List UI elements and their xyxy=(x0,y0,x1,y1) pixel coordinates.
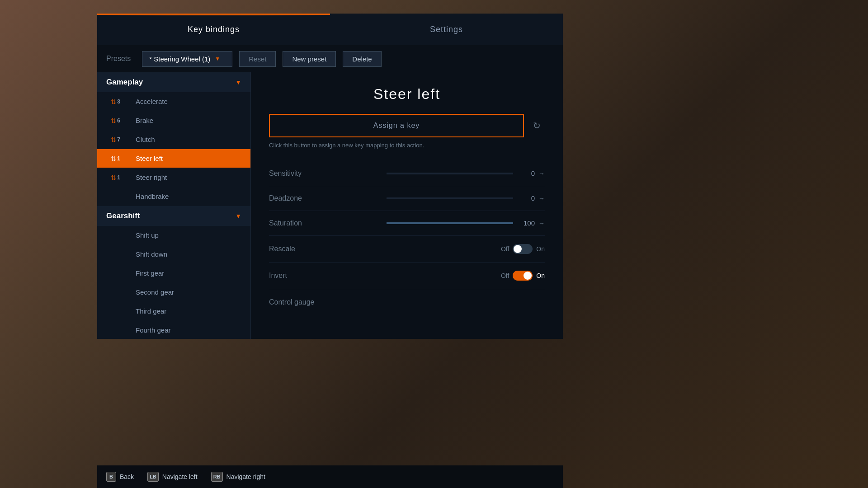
deadzone-value-container: 0 → xyxy=(382,194,545,202)
invert-off-label: Off xyxy=(501,272,509,279)
binding-icon-steer-left: ⇅ 1 xyxy=(111,155,129,162)
tab-bar: Key bindings Settings xyxy=(97,14,563,45)
tab-accent xyxy=(97,14,330,15)
binding-icon-clutch: ⇅ 7 xyxy=(111,136,129,143)
setting-row-deadzone: Deadzone 0 → xyxy=(269,186,545,211)
sidebar-item-first-gear[interactable]: First gear xyxy=(97,264,250,283)
sidebar-item-label: Second gear xyxy=(136,288,174,296)
section-title-gearshift: Gearshift xyxy=(106,211,140,221)
setting-row-rescale: Rescale Off On xyxy=(269,236,545,263)
tab-settings-label: Settings xyxy=(430,25,463,34)
binding-icon-brake: ⇅ 6 xyxy=(111,117,129,124)
saturation-value: 100 xyxy=(521,219,535,227)
setting-row-saturation: Saturation 100 → xyxy=(269,211,545,236)
assign-key-container: Assign a key ↻ xyxy=(269,114,545,137)
right-panel: Steer left Assign a key ↻ Click this but… xyxy=(251,72,563,339)
navigate-left-label: Navigate left xyxy=(162,473,198,480)
nav-back: B Back xyxy=(106,472,134,482)
tab-keybindings[interactable]: Key bindings xyxy=(97,14,330,45)
assign-key-button[interactable]: Assign a key xyxy=(269,114,524,137)
main-container: Key bindings Settings Presets * Steering… xyxy=(97,14,563,339)
sidebar-item-shift-up[interactable]: Shift up xyxy=(97,226,250,245)
sidebar-item-label: Clutch xyxy=(136,136,155,143)
sidebar-item-steer-left[interactable]: ⇅ 1 Steer left xyxy=(97,149,250,168)
setting-row-invert: Invert Off On xyxy=(269,263,545,289)
preset-dropdown[interactable]: * Steering Wheel (1) ▼ xyxy=(142,51,232,67)
rescale-toggle-knob xyxy=(514,245,522,253)
sidebar-item-handbrake[interactable]: Handbrake xyxy=(97,187,250,206)
chevron-down-icon: ▼ xyxy=(235,212,241,220)
invert-label: Invert xyxy=(269,272,501,280)
sidebar-item-label: Brake xyxy=(136,117,153,124)
sensitivity-slider-track[interactable] xyxy=(387,173,513,174)
sidebar-item-label: First gear xyxy=(136,269,164,277)
reset-binding-button[interactable]: ↻ xyxy=(528,117,545,134)
rescale-toggle-container: Off On xyxy=(501,244,545,254)
invert-toggle-container: Off On xyxy=(501,271,545,281)
sensitivity-label: Sensitivity xyxy=(269,169,382,178)
invert-toggle-knob xyxy=(524,272,532,280)
assign-key-tooltip: Click this button to assign a new key ma… xyxy=(269,141,545,150)
back-key-icon: B xyxy=(106,472,116,482)
deadzone-arrows[interactable]: → xyxy=(538,195,545,202)
presets-label: Presets xyxy=(106,55,131,63)
sensitivity-value: 0 xyxy=(521,169,535,177)
deadzone-slider-track[interactable] xyxy=(387,197,513,199)
rescale-on-label: On xyxy=(536,245,545,253)
sidebar-item-label: Shift down xyxy=(136,250,167,258)
sidebar-item-label: Steer right xyxy=(136,174,167,181)
chevron-down-icon: ▼ xyxy=(215,56,220,62)
tab-settings[interactable]: Settings xyxy=(330,14,563,45)
sidebar-item-fourth-gear[interactable]: Fourth gear xyxy=(97,321,250,339)
sidebar-item-label: Handbrake xyxy=(136,192,169,200)
section-header-gameplay[interactable]: Gameplay ▼ xyxy=(97,72,250,92)
rescale-toggle[interactable] xyxy=(513,244,533,254)
chevron-down-icon: ▼ xyxy=(235,79,241,86)
presets-bar: Presets * Steering Wheel (1) ▼ Reset New… xyxy=(97,45,563,72)
sidebar-item-label: Fourth gear xyxy=(136,326,171,334)
sidebar-item-third-gear[interactable]: Third gear xyxy=(97,302,250,321)
navigate-right-label: Navigate right xyxy=(226,473,265,480)
deadzone-label: Deadzone xyxy=(269,194,382,202)
section-header-gearshift[interactable]: Gearshift ▼ xyxy=(97,206,250,226)
sidebar-item-clutch[interactable]: ⇅ 7 Clutch xyxy=(97,130,250,149)
invert-toggle[interactable] xyxy=(513,271,533,281)
sensitivity-value-container: 0 → xyxy=(382,169,545,177)
sidebar-item-label: Third gear xyxy=(136,307,166,315)
action-title: Steer left xyxy=(269,86,545,103)
nav-navigate-right: RB Navigate right xyxy=(211,472,265,482)
content-area: Gameplay ▼ ⇅ 3 Accelerate ⇅ 6 Brake xyxy=(97,72,563,339)
new-preset-button[interactable]: New preset xyxy=(283,51,336,67)
sidebar-item-second-gear[interactable]: Second gear xyxy=(97,283,250,302)
nav-navigate-left: LB Navigate left xyxy=(147,472,198,482)
sidebar-item-steer-right[interactable]: ⇅ 1 Steer right xyxy=(97,168,250,187)
sidebar-item-label: Accelerate xyxy=(136,98,168,105)
sidebar-item-label: Steer left xyxy=(136,155,163,162)
saturation-arrows[interactable]: → xyxy=(538,220,545,227)
sidebar-item-label: Shift up xyxy=(136,231,159,239)
delete-button[interactable]: Delete xyxy=(343,51,381,67)
preset-selected-value: * Steering Wheel (1) xyxy=(149,55,210,63)
saturation-value-container: 100 → xyxy=(382,219,545,227)
binding-icon-steer-right: ⇅ 1 xyxy=(111,174,129,181)
section-title-gameplay: Gameplay xyxy=(106,78,143,87)
bottom-nav: B Back LB Navigate left RB Navigate righ… xyxy=(97,465,563,488)
back-label: Back xyxy=(120,473,134,480)
invert-on-label: On xyxy=(536,272,545,279)
tab-keybindings-label: Key bindings xyxy=(188,25,240,34)
reset-button[interactable]: Reset xyxy=(239,51,276,67)
saturation-label: Saturation xyxy=(269,219,382,227)
control-gauge-label: Control gauge xyxy=(269,298,545,306)
sidebar: Gameplay ▼ ⇅ 3 Accelerate ⇅ 6 Brake xyxy=(97,72,251,339)
sidebar-item-brake[interactable]: ⇅ 6 Brake xyxy=(97,111,250,130)
sidebar-item-accelerate[interactable]: ⇅ 3 Accelerate xyxy=(97,92,250,111)
setting-row-sensitivity: Sensitivity 0 → xyxy=(269,161,545,186)
rescale-label: Rescale xyxy=(269,245,501,253)
deadzone-value: 0 xyxy=(521,194,535,202)
sidebar-item-shift-down[interactable]: Shift down xyxy=(97,245,250,264)
saturation-slider-fill xyxy=(387,222,513,224)
sensitivity-arrows[interactable]: → xyxy=(538,170,545,177)
binding-icon-accelerate: ⇅ 3 xyxy=(111,98,129,105)
saturation-slider-track[interactable] xyxy=(387,222,513,224)
navigate-right-key-icon: RB xyxy=(211,472,223,482)
